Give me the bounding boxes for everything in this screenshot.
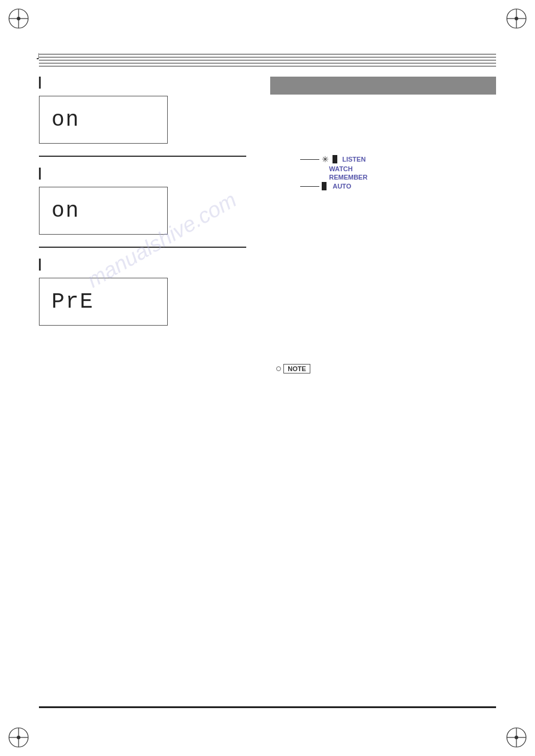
reg-mark-br [505, 726, 528, 749]
sparkle-icon: ✳ [322, 154, 329, 164]
section-1: on [39, 77, 246, 157]
note-badge: NOTE [283, 364, 310, 374]
divider-2 [39, 247, 246, 248]
display-value-3: PrE [52, 290, 94, 314]
reg-mark-bl [7, 726, 30, 749]
right-column: ✳ LISTEN WATCH REMEMBER AUTO NOTE [258, 77, 496, 702]
svg-point-11 [17, 736, 20, 739]
watch-row: WATCH [329, 165, 496, 172]
right-column-header [270, 77, 496, 95]
left-column: on on PrE [39, 77, 258, 702]
display-box-3: PrE [39, 278, 168, 326]
auto-row: AUTO [300, 182, 496, 190]
bottom-divider [39, 706, 496, 708]
section-3: PrE [39, 259, 246, 326]
staff-lines: ♩ [39, 53, 496, 71]
display-box-1: on [39, 96, 168, 144]
listen-row: ✳ LISTEN [300, 154, 496, 164]
section-3-header [39, 259, 246, 271]
display-box-2: on [39, 187, 168, 235]
indicator-area: ✳ LISTEN WATCH REMEMBER AUTO [300, 154, 496, 190]
divider-1 [39, 156, 246, 157]
section-2: on [39, 168, 246, 248]
auto-dot [322, 182, 327, 190]
section-1-header [39, 77, 246, 89]
staff-area: ♩ [39, 53, 496, 71]
reg-mark-tl [7, 7, 30, 30]
note-badge-area: NOTE [276, 364, 310, 374]
auto-label: AUTO [333, 183, 351, 190]
display-value-1: on [52, 108, 80, 132]
auto-line [300, 186, 319, 187]
remember-label: REMEMBER [329, 174, 367, 181]
clef-symbol: ♩ [36, 51, 40, 61]
listen-line [300, 159, 319, 160]
listen-label: LISTEN [342, 156, 365, 163]
watch-label: WATCH [329, 165, 353, 172]
remember-row: REMEMBER [329, 174, 496, 181]
svg-point-3 [17, 17, 20, 20]
main-content: on on PrE [39, 77, 496, 702]
section-2-header [39, 168, 246, 180]
listen-dot [333, 155, 337, 163]
note-badge-circle [276, 366, 281, 371]
svg-point-7 [515, 17, 518, 20]
reg-mark-tr [505, 7, 528, 30]
svg-point-15 [515, 736, 518, 739]
display-value-2: on [52, 199, 80, 223]
